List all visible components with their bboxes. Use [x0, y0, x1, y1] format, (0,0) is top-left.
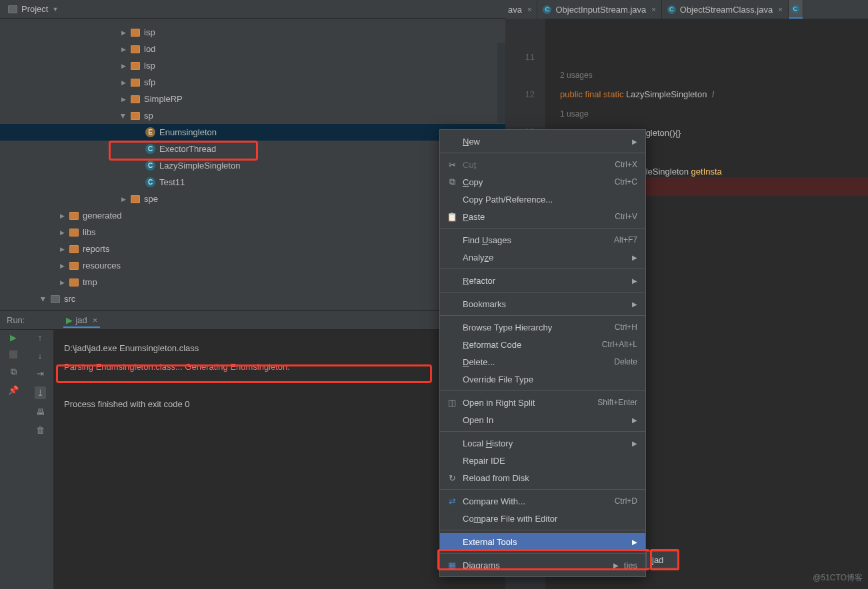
folder-icon: [131, 195, 140, 203]
menu-override-filetype[interactable]: Override File Type: [440, 370, 645, 388]
menu-copypath[interactable]: Copy Path/Reference...: [440, 191, 645, 208]
tree-file-test11[interactable]: CTest11: [0, 174, 505, 191]
tree-folder-sfp[interactable]: ▶sfp: [0, 74, 505, 91]
editor-tab-partial[interactable]: ava×: [505, 0, 537, 19]
project-dropdown[interactable]: Project ▼: [4, 3, 62, 15]
project-label: Project: [21, 4, 48, 14]
tree-folder-lod[interactable]: ▶lod: [0, 41, 505, 57]
submenu-arrow-icon: ▶: [632, 416, 637, 424]
menu-diagrams[interactable]: ▦Diagrams▶ties: [440, 556, 645, 574]
menu-reformat[interactable]: Reformat CodeCtrl+Alt+L: [440, 336, 645, 353]
usage-hint: 1 usage: [560, 109, 589, 119]
menu-cut[interactable]: ✂CutCtrl+X: [440, 156, 645, 173]
submenu-arrow-icon: ▶: [632, 277, 637, 285]
editor-tab-ois[interactable]: CObjectInputStream.java×: [537, 0, 661, 19]
shortcut: Shift+Enter: [597, 398, 637, 407]
menu-copy[interactable]: ⧉CopyCtrl+C: [440, 173, 645, 191]
folder-icon: [51, 295, 60, 303]
menu-compare-editor[interactable]: Compare File with Editor: [440, 510, 645, 527]
menu-separator: [440, 489, 645, 490]
menu-separator: [440, 553, 645, 554]
reload-icon: ↻: [447, 473, 457, 483]
menu-label: Open In: [463, 415, 493, 425]
menu-external-tools[interactable]: External Tools▶: [440, 533, 645, 550]
copy-icon: ⧉: [447, 177, 457, 187]
menu-separator: [440, 153, 645, 153]
close-icon[interactable]: ×: [651, 5, 655, 13]
submenu-arrow-icon: ▶: [632, 300, 637, 308]
menu-label: Reload from Disk: [463, 473, 529, 483]
menu-tail: ties: [624, 560, 637, 570]
line-number: 11: [505, 48, 535, 67]
folder-icon: [131, 62, 140, 70]
menu-refactor[interactable]: Refactor▶: [440, 272, 645, 289]
tree-folder-src[interactable]: ▶src: [0, 291, 505, 307]
project-tree[interactable]: ▶isp ▶lod ▶lsp ▶sfp ▶SimpleRP ▶sp EEnums…: [0, 19, 505, 307]
folder-icon: [131, 95, 140, 103]
class-icon: C: [791, 5, 800, 13]
enum-icon: E: [145, 127, 155, 137]
menu-label: Bookmarks: [463, 299, 506, 309]
submenu-arrow-icon: ▶: [632, 440, 637, 447]
menu-label: Copy Path/Reference...: [463, 195, 553, 205]
run-header: Run: ▶ jad ×: [0, 311, 505, 330]
tree-folder-resources[interactable]: ▶resources: [0, 257, 505, 274]
trash-icon[interactable]: 🗑: [36, 425, 45, 435]
menu-reload-disk[interactable]: ↻Reload from Disk: [440, 469, 645, 486]
tree-folder-isp[interactable]: ▶isp: [0, 24, 505, 41]
tab-label: ObjectInputStream.java: [555, 5, 646, 15]
menu-label: Browse Type Hierarchy: [463, 322, 552, 332]
console-output[interactable]: D:\jad\jad.exe Enumsingleton.class Parsi…: [0, 330, 505, 414]
menu-label: Override File Type: [463, 374, 533, 384]
submenu-external-tools[interactable]: jad: [646, 551, 679, 568]
close-icon[interactable]: ×: [527, 5, 531, 13]
tree-folder-reports[interactable]: ▶reports: [0, 241, 505, 257]
folder-icon: [69, 245, 79, 253]
submenu-item-jad[interactable]: jad: [652, 555, 663, 565]
diagram-icon: ▦: [447, 560, 457, 570]
tree-folder-libs[interactable]: ▶libs: [0, 224, 505, 241]
run-tab-jad[interactable]: ▶ jad ×: [63, 312, 100, 328]
shortcut: Ctrl+D: [615, 496, 637, 506]
shortcut: Ctrl+X: [615, 160, 637, 169]
menu-delete[interactable]: Delete...Delete: [440, 353, 645, 370]
tree-folder-lsp[interactable]: ▶lsp: [0, 57, 505, 74]
watermark: @51CTO博客: [813, 572, 863, 584]
close-icon[interactable]: ×: [93, 315, 98, 325]
shortcut: Delete: [614, 357, 637, 366]
chevron-down-icon: ▼: [52, 6, 58, 13]
shortcut: Ctrl+V: [615, 212, 637, 221]
submenu-arrow-icon: ▶: [632, 254, 637, 261]
menu-analyze[interactable]: Analyze▶: [440, 249, 645, 266]
tree-folder-simplerp[interactable]: ▶SimpleRP: [0, 91, 505, 107]
menu-compare-with[interactable]: ⇄Compare With...Ctrl+D: [440, 492, 645, 510]
editor-tab-active[interactable]: C: [789, 0, 803, 19]
tree-folder-sp[interactable]: ▶sp: [0, 107, 505, 124]
menu-bookmarks[interactable]: Bookmarks▶: [440, 295, 645, 312]
menu-find-usages[interactable]: Find UsagesAlt+F7: [440, 231, 645, 249]
tree-folder-spe[interactable]: ▶spe: [0, 191, 505, 207]
tab-label: ava: [508, 5, 522, 15]
tree-folder-generated[interactable]: ▶generated: [0, 207, 505, 224]
menu-new[interactable]: New▶: [440, 133, 645, 150]
menu-open-in[interactable]: Open In▶: [440, 411, 645, 428]
tree-file-enumsingleton[interactable]: EEnumsingleton: [0, 124, 505, 141]
submenu-arrow-icon: ▶: [613, 562, 619, 569]
menu-type-hierarchy[interactable]: Browse Type HierarchyCtrl+H: [440, 318, 645, 336]
editor-tab-bar: ava× CObjectInputStream.java× CObjectStr…: [505, 0, 868, 19]
shortcut: Ctrl+H: [615, 322, 637, 332]
line-number: 12: [505, 85, 535, 104]
folder-icon: [69, 262, 79, 270]
tree-folder-tmp[interactable]: ▶tmp: [0, 274, 505, 291]
menu-open-right-split[interactable]: ◫Open in Right SplitShift+Enter: [440, 394, 645, 411]
red-highlight-box: [109, 141, 257, 160]
shortcut: Alt+F7: [614, 235, 637, 245]
editor-tab-osc[interactable]: CObjectStreamClass.java×: [662, 0, 789, 19]
close-icon[interactable]: ×: [778, 5, 782, 13]
minimap: [497, 43, 505, 123]
menu-repair-ide[interactable]: Repair IDE: [440, 452, 645, 469]
menu-paste[interactable]: 📋PasteCtrl+V: [440, 208, 645, 225]
cut-icon: ✂: [447, 160, 457, 170]
menu-local-history[interactable]: Local History▶: [440, 434, 645, 452]
code-token: I: [712, 89, 715, 99]
